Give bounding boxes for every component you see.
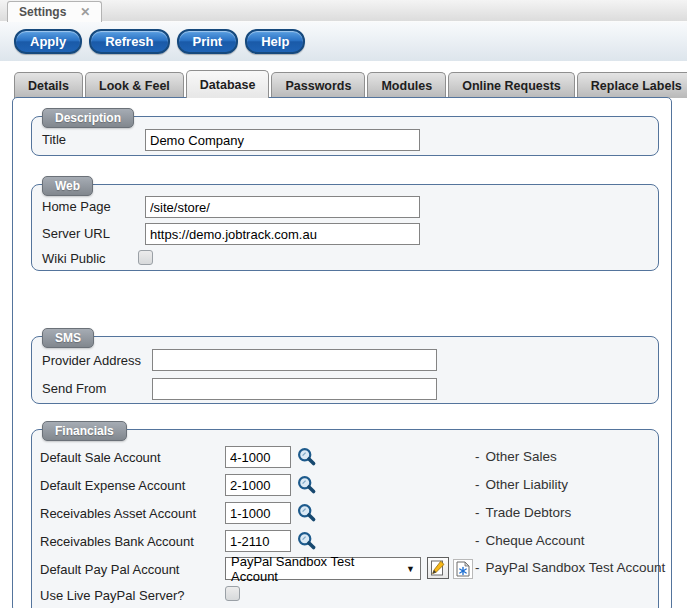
default-paypal-account-label: Default Pay Pal Account xyxy=(40,562,179,577)
provider-address-input[interactable] xyxy=(152,349,437,371)
default-expense-account-label: Default Expense Account xyxy=(40,478,185,493)
paypal-account-description: -PayPal Sandbox Test Account xyxy=(475,560,665,575)
tab-passwords[interactable]: Passwords xyxy=(271,72,365,98)
receivables-bank-account-label: Receivables Bank Account xyxy=(40,534,194,549)
lookup-expense-account-icon[interactable] xyxy=(296,474,317,495)
financials-legend: Financials xyxy=(42,421,127,441)
server-url-label: Server URL xyxy=(42,226,110,241)
apply-button[interactable]: Apply xyxy=(14,29,82,54)
wiki-public-checkbox[interactable] xyxy=(138,250,153,265)
default-sale-account-input[interactable] xyxy=(225,446,291,468)
window-tab-strip: Settings ✕ xyxy=(0,0,687,22)
web-legend: Web xyxy=(42,176,93,196)
new-paypal-account-button[interactable] xyxy=(453,559,473,579)
tab-modules[interactable]: Modules xyxy=(367,72,446,98)
title-input[interactable] xyxy=(145,129,420,151)
paypal-account-select[interactable]: PayPal Sandbox Test Account ▼ xyxy=(225,557,421,580)
window-tab-settings[interactable]: Settings ✕ xyxy=(7,1,102,22)
sms-fieldset: SMS Provider Address Send From xyxy=(31,336,659,404)
bank-account-description: -Cheque Account xyxy=(475,533,585,548)
chevron-down-icon: ▼ xyxy=(406,564,415,574)
sms-legend: SMS xyxy=(42,328,94,348)
web-fieldset: Web Home Page Server URL Wiki Public xyxy=(31,184,659,271)
edit-pencil-icon xyxy=(430,560,446,576)
use-live-paypal-server-label: Use Live PayPal Server? xyxy=(40,588,185,603)
title-label: Title xyxy=(42,132,66,147)
default-expense-account-input[interactable] xyxy=(225,474,291,496)
edit-paypal-account-button[interactable] xyxy=(427,557,449,579)
tab-look-and-feel[interactable]: Look & Feel xyxy=(85,72,184,98)
description-fieldset: Description Title xyxy=(31,116,659,156)
close-icon[interactable]: ✕ xyxy=(80,5,90,19)
settings-window: Settings ✕ Apply Refresh Print Help Deta… xyxy=(0,0,687,608)
database-settings-panel: Description Title Web Home Page Server U… xyxy=(12,97,672,608)
settings-tabbar: Details Look & Feel Database Passwords M… xyxy=(14,70,687,98)
lookup-bank-account-icon[interactable] xyxy=(296,530,317,551)
lookup-asset-account-icon[interactable] xyxy=(296,502,317,523)
sale-account-description: -Other Sales xyxy=(475,449,557,464)
wiki-public-label: Wiki Public xyxy=(42,251,106,266)
home-page-input[interactable] xyxy=(145,196,420,218)
expense-account-description: -Other Liability xyxy=(475,477,568,492)
tab-replace-labels[interactable]: Replace Labels xyxy=(577,72,687,98)
lookup-sale-account-icon[interactable] xyxy=(296,446,317,467)
send-from-input[interactable] xyxy=(152,378,437,400)
asset-account-description: -Trade Debtors xyxy=(475,505,571,520)
new-document-icon xyxy=(456,561,470,577)
tab-database[interactable]: Database xyxy=(186,70,270,98)
default-sale-account-label: Default Sale Account xyxy=(40,450,161,465)
receivables-bank-account-input[interactable] xyxy=(225,530,291,552)
server-url-input[interactable] xyxy=(145,223,420,245)
tab-online-requests[interactable]: Online Requests xyxy=(448,72,575,98)
provider-address-label: Provider Address xyxy=(42,353,141,368)
receivables-asset-account-label: Receivables Asset Account xyxy=(40,506,196,521)
help-button[interactable]: Help xyxy=(245,29,305,54)
toolbar: Apply Refresh Print Help xyxy=(0,22,687,61)
home-page-label: Home Page xyxy=(42,199,111,214)
financials-fieldset: Financials Default Sale Account -Other S… xyxy=(31,429,659,608)
send-from-label: Send From xyxy=(42,381,106,396)
use-live-paypal-server-checkbox[interactable] xyxy=(225,586,240,601)
window-tab-label: Settings xyxy=(19,5,66,19)
refresh-button[interactable]: Refresh xyxy=(89,29,169,54)
receivables-asset-account-input[interactable] xyxy=(225,502,291,524)
print-button[interactable]: Print xyxy=(177,29,239,54)
tab-details[interactable]: Details xyxy=(14,72,83,98)
description-legend: Description xyxy=(42,108,134,128)
